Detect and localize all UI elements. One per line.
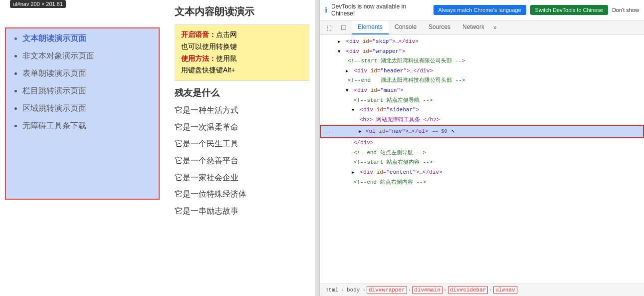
- tooltip-label: ul#nav 200 × 201.81: [10, 0, 66, 8]
- ellipsis-nav: ...: [325, 128, 334, 136]
- para-1: 它是一次温柔革命: [175, 121, 309, 134]
- page-content: 文本内容朗读演示 开启语音：点击网 也可以使用转换键 使用方法：使用鼠 用键盘快…: [165, 0, 319, 226]
- content-title: 文本内容朗读演示: [175, 5, 309, 18]
- list-item[interactable]: 区域跳转演示页面: [22, 103, 151, 114]
- devtools-breadcrumb-bar: html › body › div#wrapper › div#main › d…: [320, 284, 644, 296]
- code-line-comment-content-end: <!--end 站点右侧内容 -->: [320, 178, 644, 188]
- code-line-comment-head-end: <!--end 湖北太阳湾科技有限公司头部 -->: [320, 76, 644, 86]
- para-2: 它是一个民生工具: [175, 137, 309, 150]
- device-icon[interactable]: ☐: [338, 20, 350, 34]
- match-language-button[interactable]: Always match Chrome's language: [433, 5, 526, 15]
- para-5: 它是一位特殊经济体: [175, 188, 309, 201]
- breadcrumb-html[interactable]: html: [324, 287, 340, 294]
- para-6: 它是一串励志故事: [175, 205, 309, 218]
- breadcrumb-main[interactable]: div#main: [412, 286, 442, 294]
- triangle-sidebar[interactable]: [352, 106, 357, 115]
- devtools-tabs-bar: ⬚ ☐ Elements Console Sources Network »: [320, 20, 644, 35]
- code-line-wrapper: <div id="wrapper">: [320, 47, 644, 57]
- tab-more[interactable]: »: [490, 22, 500, 33]
- code-line-comment-content-start: <!--start 站点右侧内容 -->: [320, 158, 644, 168]
- page-paragraphs: 它是一种生活方式 它是一次温柔革命 它是一个民生工具 它是一个慈善平台 它是一家…: [175, 104, 309, 217]
- dismiss-button[interactable]: Don't show: [612, 7, 639, 13]
- triangle-wrapper[interactable]: [338, 47, 343, 56]
- list-item[interactable]: 文本朗读演示页面: [22, 33, 151, 44]
- code-line-comment-sidebar-start: <!--start 站点左侧导航 -->: [320, 96, 644, 106]
- breadcrumb-wrapper[interactable]: div#wrapper: [367, 286, 407, 294]
- code-line-div-close: </div>: [320, 138, 644, 148]
- cursor-symbol: ↖: [451, 126, 455, 137]
- main-container: ul#nav 200 × 201.81 文本朗读演示页面 非文本对象演示页面 表…: [0, 0, 644, 296]
- code-line-content: <div id="content">…</div>: [320, 168, 644, 178]
- notice-label-3: 使用方法：: [181, 54, 216, 62]
- code-line-skip: <div id="skip">…</div>: [320, 37, 644, 47]
- code-line-main: <div id="main">: [320, 86, 644, 96]
- para-4: 它是一家社会企业: [175, 171, 309, 184]
- eq-sign: == $0: [432, 128, 447, 136]
- devtools-infobar: ℹ DevTools is now available in Chinese! …: [320, 0, 644, 20]
- code-line-header: <div id="header">…</div>: [320, 66, 644, 76]
- notice-text-1: 点击网: [216, 30, 237, 38]
- devtools-panel: ℹ DevTools is now available in Chinese! …: [319, 0, 644, 296]
- code-line-sidebar: <div id="sidebar">: [320, 105, 644, 115]
- switch-language-button[interactable]: Switch DevTools to Chinese: [530, 5, 608, 15]
- code-line-comment-sidebar-end: <!--end 站点左侧导航 -->: [320, 148, 644, 158]
- devtools-code-area: <div id="skip">…</div> <div id="wrapper"…: [320, 35, 644, 284]
- code-line-h2: <h2> 网站无障碍工具条 </h2>: [320, 115, 644, 125]
- breadcrumb-sidebar[interactable]: div#sidebar: [448, 286, 488, 294]
- triangle-main[interactable]: [346, 86, 351, 95]
- list-item[interactable]: 栏目跳转演示页面: [22, 86, 151, 96]
- triangle-header[interactable]: [346, 67, 351, 76]
- page-area: ul#nav 200 × 201.81 文本朗读演示页面 非文本对象演示页面 表…: [0, 0, 319, 296]
- devtools-info-message: DevTools is now available in Chinese!: [331, 3, 429, 17]
- list-item[interactable]: 表单朗读演示页面: [22, 68, 151, 79]
- nav-highlight-box: 文本朗读演示页面 非文本对象演示页面 表单朗读演示页面 栏目跳转演示页面 区域跳…: [5, 27, 160, 200]
- triangle-skip[interactable]: [338, 37, 343, 46]
- code-line-nav: ... <ul id="nav">…</ul> == $0 ↖: [320, 125, 644, 138]
- code-line-comment-head-start: <!--start 湖北太阳湾科技有限公司头部 -->: [320, 56, 644, 66]
- notice-text-3: 使用鼠: [216, 54, 237, 62]
- inspect-icon[interactable]: ⬚: [324, 20, 336, 34]
- notice-text-2: 也可以使用转换键: [181, 41, 303, 53]
- info-icon: ℹ: [325, 6, 327, 14]
- nav-list: 文本朗读演示页面 非文本对象演示页面 表单朗读演示页面 栏目跳转演示页面 区域跳…: [13, 33, 151, 131]
- triangle-content[interactable]: [352, 168, 357, 177]
- notice-box: 开启语音：点击网 也可以使用转换键 使用方法：使用鼠 用键盘快捷键Alt+: [175, 24, 309, 81]
- para-3: 它是一个慈善平台: [175, 154, 309, 167]
- tab-elements[interactable]: Elements: [352, 20, 389, 34]
- section-title: 残友是什么: [175, 87, 309, 99]
- triangle-nav[interactable]: [359, 127, 364, 136]
- page-scrollbar[interactable]: [315, 0, 319, 296]
- breadcrumb-nav[interactable]: ul#nav: [493, 286, 517, 294]
- para-0: 它是一种生活方式: [175, 104, 309, 117]
- tab-sources[interactable]: Sources: [423, 20, 456, 34]
- tab-network[interactable]: Network: [456, 20, 490, 34]
- breadcrumb-body[interactable]: body: [345, 287, 361, 294]
- list-item[interactable]: 非文本对象演示页面: [22, 51, 151, 61]
- notice-text-4: 用键盘快捷键Alt+: [181, 64, 303, 76]
- list-item[interactable]: 无障碍工具条下载: [22, 121, 151, 131]
- notice-label-1: 开启语音：: [181, 30, 216, 38]
- tab-console[interactable]: Console: [389, 20, 423, 34]
